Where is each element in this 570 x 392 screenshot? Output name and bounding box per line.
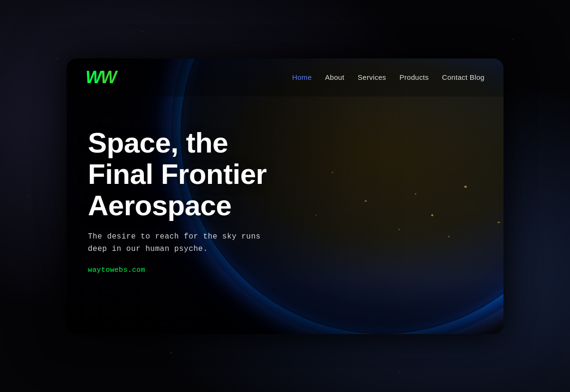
hero-content: Space, the Final Frontier Aerospace The …	[66, 58, 351, 334]
nav-item-products[interactable]: Products	[399, 73, 429, 82]
nav-item-home[interactable]: Home	[292, 73, 312, 82]
browser-card: WW Home About Services Products Contact …	[66, 58, 504, 334]
hero-subtitle: The desire to reach for the sky runs dee…	[88, 231, 278, 255]
nav-links: Home About Services Products Contact Blo…	[292, 73, 484, 82]
nav-link-home[interactable]: Home	[292, 73, 312, 81]
nav-link-contact-blog[interactable]: Contact Blog	[442, 73, 484, 81]
logo[interactable]: WW	[86, 69, 116, 86]
hero-title-line1: Space, the	[88, 127, 228, 159]
nav-item-about[interactable]: About	[325, 73, 344, 82]
hero-title-line3: Aerospace	[88, 190, 231, 221]
nav-item-services[interactable]: Services	[358, 73, 386, 82]
nav-link-services[interactable]: Services	[358, 73, 386, 81]
nav-item-contact-blog[interactable]: Contact Blog	[442, 73, 484, 82]
nav-link-about[interactable]: About	[325, 73, 344, 81]
nav-link-products[interactable]: Products	[399, 73, 429, 81]
hero-title-line2: Final Frontier	[88, 158, 266, 190]
logo-letter-w2: W	[101, 69, 116, 86]
logo-letter-w1: W	[86, 69, 101, 86]
hero-website-link[interactable]: waytowebs.com	[88, 266, 351, 274]
navbar: WW Home About Services Products Contact …	[66, 58, 504, 96]
hero-title: Space, the Final Frontier Aerospace	[88, 127, 351, 221]
